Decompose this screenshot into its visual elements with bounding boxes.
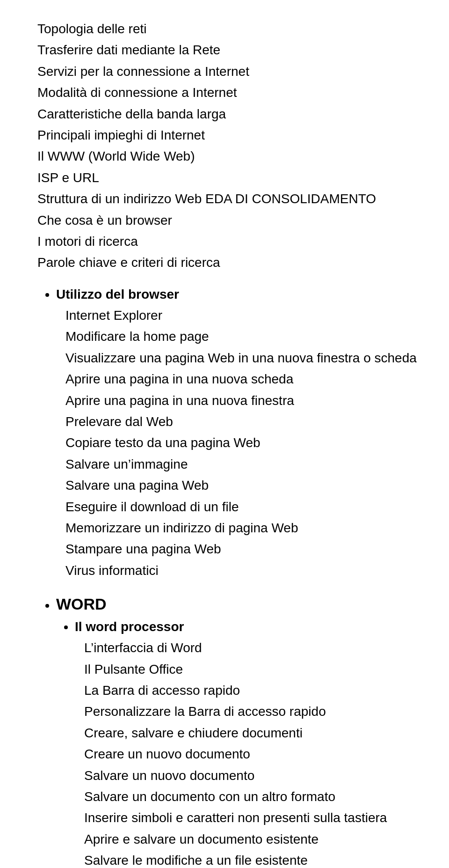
browser-sub-item-2: Modificare la home page (65, 326, 421, 346)
word-sub-item-8: Salvare un documento con un altro format… (84, 787, 421, 807)
top-item-3: Servizi per la connessione a Internet (37, 61, 421, 81)
word-section: WORD Il word processor L’interfaccia di … (37, 592, 421, 868)
word-sub-item-7: Salvare un nuovo documento (84, 765, 421, 786)
top-item-12: Parole chiave e criteri di ricerca (37, 252, 421, 272)
word-sub-item-10: Aprire e salvare un documento esistente (84, 829, 421, 849)
top-item-6: Principali impieghi di Internet (37, 125, 421, 145)
browser-sub-item-8: Salvare un’immagine (65, 454, 421, 474)
browser-sub-item-10: Eseguire il download di un file (65, 497, 421, 517)
browser-sub-item-11: Memorizzare un indirizzo di pagina Web (65, 518, 421, 538)
browser-sub-item-3: Visualizzare una pagina Web in una nuova… (65, 348, 421, 368)
top-item-11: I motori di ricerca (37, 231, 421, 251)
top-item-9: Struttura di un indirizzo Web EDA DI CON… (37, 189, 421, 209)
word-processor-item: Il word processor L’interfaccia di Word … (75, 617, 421, 868)
word-sub-section: Il word processor L’interfaccia di Word … (56, 617, 421, 868)
word-sub-item-9: Inserire simboli e caratteri non present… (84, 808, 421, 828)
browser-sub-item-7: Copiare testo da una pagina Web (65, 433, 421, 453)
browser-sub-list: Internet Explorer Modificare la home pag… (56, 305, 421, 581)
word-sub-item-11: Salvare le modifiche a un file esistente (84, 850, 421, 868)
top-item-7: Il WWW (World Wide Web) (37, 146, 421, 166)
browser-section-item: Utilizzo del browser Internet Explorer M… (56, 284, 421, 581)
word-sub-item-1: L’interfaccia di Word (84, 638, 421, 658)
top-items-list: Topologia delle reti Trasferire dati med… (37, 19, 421, 273)
word-processor-sub-list: L’interfaccia di Word Il Pulsante Office… (75, 638, 421, 868)
browser-sub-item-12: Stampare una pagina Web (65, 539, 421, 559)
word-sub-item-2: Il Pulsante Office (84, 659, 421, 679)
top-item-4: Modalità di connessione a Internet (37, 82, 421, 103)
browser-section-header: Utilizzo del browser (56, 287, 179, 302)
browser-sub-item-5: Aprire una pagina in una nuova finestra (65, 390, 421, 411)
word-sub-item-4: Personalizzare la Barra di accesso rapid… (84, 701, 421, 721)
browser-sub-item-4: Aprire una pagina in una nuova scheda (65, 369, 421, 389)
top-item-1: Topologia delle reti (37, 19, 421, 39)
word-processor-header: Il word processor (75, 619, 184, 634)
browser-sub-item-1: Internet Explorer (65, 305, 421, 325)
top-item-8: ISP e URL (37, 168, 421, 188)
word-section-item: WORD Il word processor L’interfaccia di … (56, 592, 421, 868)
browser-sub-item-9: Salvare una pagina Web (65, 475, 421, 495)
top-item-2: Trasferire dati mediante la Rete (37, 40, 421, 60)
browser-section: Utilizzo del browser Internet Explorer M… (37, 284, 421, 581)
browser-sub-item-6: Prelevare dal Web (65, 412, 421, 432)
word-sub-item-6: Creare un nuovo documento (84, 744, 421, 764)
word-section-header: WORD (56, 595, 107, 613)
word-sub-item-5: Creare, salvare e chiudere documenti (84, 723, 421, 743)
top-item-10: Che cosa è un browser (37, 210, 421, 230)
page-content: Topologia delle reti Trasferire dati med… (37, 19, 421, 868)
browser-sub-item-13: Virus informatici (65, 560, 421, 581)
top-item-5: Caratteristiche della banda larga (37, 104, 421, 124)
word-sub-item-3: La Barra di accesso rapido (84, 680, 421, 700)
